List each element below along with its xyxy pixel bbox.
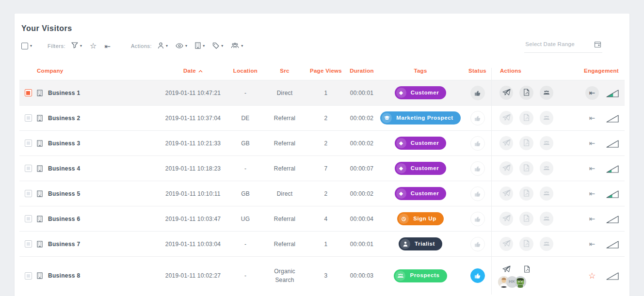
visitors-card: Your Visitors ▾ Filters: ▾ ☆ ⇤ Actions: … <box>15 14 629 296</box>
skip-to-start-filter-button[interactable]: ⇤ <box>104 43 111 50</box>
tag-pill[interactable]: Prospects <box>394 269 447 282</box>
company-cell[interactable]: Business 7 <box>37 240 159 249</box>
company-cell[interactable]: Business 3 <box>37 139 159 148</box>
table-row[interactable]: Business 1 2019-01-11 10:47:21 - Direct … <box>19 80 625 106</box>
group-action-button[interactable]: ▾ <box>231 43 243 50</box>
status-thumb-button[interactable] <box>470 268 485 283</box>
send-action-button[interactable] <box>499 86 513 100</box>
send-action-button[interactable] <box>499 237 513 251</box>
group-action-button[interactable] <box>540 187 553 201</box>
table-row[interactable]: Business 4 2019-01-11 10:18:23 - Referra… <box>19 156 625 181</box>
send-action-button[interactable] <box>499 187 513 201</box>
assign-user-action-button[interactable]: ▾ <box>158 42 168 50</box>
row-checkbox[interactable] <box>25 272 32 280</box>
column-header-actions[interactable]: Actions <box>492 68 560 80</box>
visit-date: 2019-01-11 10:03:47 <box>159 215 227 223</box>
company-cell[interactable]: Business 6 <box>37 215 159 223</box>
reset-engagement-button[interactable]: ⇤ <box>585 86 599 100</box>
tag-pill[interactable]: Sign Up <box>397 212 444 225</box>
group-action-button[interactable] <box>540 136 553 150</box>
date-range-picker[interactable]: Select Date Range <box>524 40 602 53</box>
status-thumb-button[interactable] <box>470 237 485 251</box>
column-header-date[interactable]: Date <box>159 68 227 80</box>
file-action-button[interactable] <box>520 264 534 276</box>
table-row[interactable]: Business 5 2019-01-11 10:10:11 GB Direct… <box>19 181 625 206</box>
select-all-checkbox[interactable]: ▾ <box>21 43 32 49</box>
group-action-button[interactable] <box>540 86 553 100</box>
file-action-button[interactable] <box>519 136 533 150</box>
group-action-button[interactable] <box>540 212 553 226</box>
table-row[interactable]: Business 2 2019-01-11 10:37:04 DE Referr… <box>19 106 625 131</box>
group-action-button[interactable] <box>540 161 553 175</box>
tag-pill[interactable]: Customer <box>395 162 446 175</box>
company-cell[interactable]: Business 1 <box>37 89 159 97</box>
tag-pill[interactable]: Customer <box>395 86 446 99</box>
visit-location: - <box>227 271 264 280</box>
company-cell[interactable]: Business 5 <box>37 189 159 198</box>
row-checkbox[interactable] <box>25 190 32 197</box>
tag-pill[interactable]: Customer <box>395 187 446 200</box>
company-action-button[interactable]: ▾ <box>195 42 205 50</box>
column-header-status[interactable]: Status <box>464 68 492 80</box>
tag-pill[interactable]: Customer <box>395 137 446 150</box>
star-icon[interactable]: ☆ <box>585 272 599 280</box>
row-checkbox[interactable] <box>25 114 32 122</box>
table-row[interactable]: Business 6 2019-01-11 10:03:47 UG Referr… <box>19 206 625 232</box>
column-header-src[interactable]: Src <box>264 68 306 80</box>
column-header-engagement[interactable]: Engagement <box>560 68 625 80</box>
column-header-page-views[interactable]: Page Views <box>306 68 346 80</box>
tag-label: Marketing Prospect <box>396 114 453 122</box>
row-checkbox[interactable] <box>25 240 32 248</box>
table-row[interactable]: Business 8 2019-01-11 10:02:27 - Organic… <box>19 257 625 295</box>
status-thumb-button[interactable] <box>470 86 485 100</box>
file-action-button[interactable] <box>519 86 533 100</box>
star-filter-button[interactable]: ☆ <box>90 42 97 50</box>
column-header-duration[interactable]: Duration <box>346 68 377 80</box>
reset-engagement-button[interactable]: ⇤ <box>585 137 599 150</box>
group-action-button[interactable] <box>540 111 553 125</box>
send-action-button[interactable] <box>499 136 513 150</box>
send-action-button[interactable] <box>499 161 513 175</box>
file-action-button[interactable] <box>519 187 533 201</box>
company-cell[interactable]: Business 8 <box>37 271 159 280</box>
table-row[interactable]: Business 3 2019-01-11 10:21:33 GB Referr… <box>19 131 625 156</box>
tag-pill[interactable]: Marketing Prospect <box>380 111 461 125</box>
column-header-location[interactable]: Location <box>227 68 264 80</box>
send-action-button[interactable] <box>499 111 513 125</box>
reset-engagement-button[interactable]: ⇤ <box>585 111 599 125</box>
tag-pill[interactable]: Trialist <box>399 237 442 250</box>
visibility-action-button[interactable]: ▾ <box>176 43 187 50</box>
filter-dropdown-button[interactable]: ▾ <box>71 42 82 50</box>
row-checkbox[interactable] <box>25 165 32 172</box>
tag-action-button[interactable]: ▾ <box>212 42 223 50</box>
company-cell[interactable]: Business 2 <box>37 114 159 123</box>
company-cell[interactable]: Business 4 <box>37 164 159 173</box>
table-row[interactable]: Business 7 2019-01-11 10:03:04 - Referra… <box>19 232 625 257</box>
column-header-tags[interactable]: Tags <box>377 68 464 80</box>
status-thumb-button[interactable] <box>470 212 485 226</box>
group-icon <box>543 215 550 222</box>
action-buttons <box>499 237 560 251</box>
file-action-button[interactable] <box>519 212 533 226</box>
group-action-button[interactable] <box>540 237 553 251</box>
status-thumb-button[interactable] <box>470 161 485 176</box>
avatar-monster[interactable] <box>515 276 526 288</box>
reset-engagement-button[interactable]: ⇤ <box>585 162 599 175</box>
column-header-company[interactable]: Company <box>37 68 159 80</box>
building-icon <box>37 241 43 248</box>
send-action-button[interactable] <box>499 212 513 226</box>
reset-engagement-button[interactable]: ⇤ <box>585 212 599 226</box>
reset-engagement-button[interactable]: ⇤ <box>585 237 599 251</box>
engagement-cell: ⇤ <box>560 187 625 201</box>
row-checkbox[interactable] <box>25 215 32 222</box>
row-checkbox[interactable] <box>25 140 32 147</box>
send-action-button[interactable] <box>499 264 514 276</box>
row-checkbox[interactable] <box>25 89 32 96</box>
file-action-button[interactable] <box>519 111 533 125</box>
file-action-button[interactable] <box>519 237 533 251</box>
status-thumb-button[interactable] <box>470 136 485 151</box>
file-action-button[interactable] <box>519 161 533 175</box>
status-thumb-button[interactable] <box>470 187 485 201</box>
status-thumb-button[interactable] <box>470 111 485 125</box>
reset-engagement-button[interactable]: ⇤ <box>585 187 599 201</box>
